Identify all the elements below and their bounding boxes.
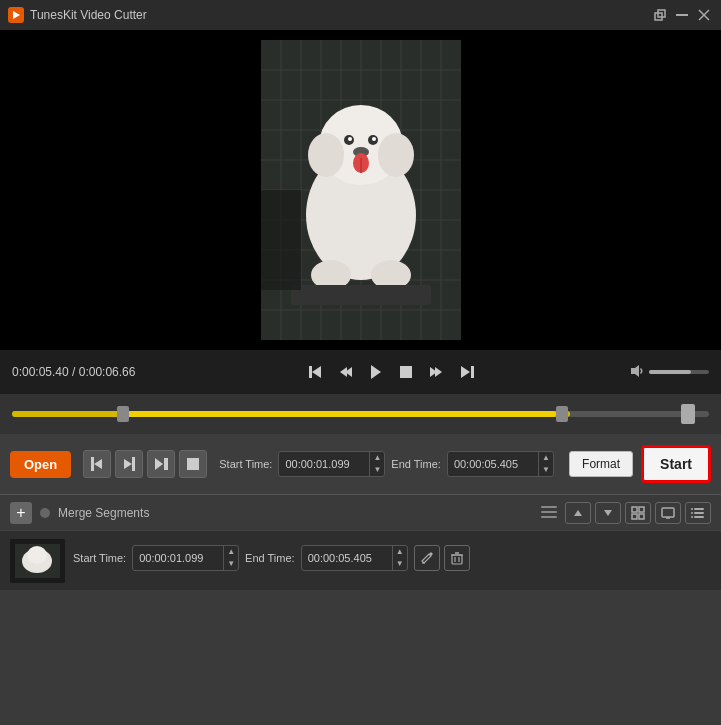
seg-end-down[interactable]: ▼ bbox=[393, 558, 407, 570]
stop-button[interactable] bbox=[394, 360, 418, 384]
end-time-spin: ▲ ▼ bbox=[538, 452, 553, 476]
seg-start-input[interactable] bbox=[133, 550, 223, 566]
start-time-input[interactable] bbox=[279, 456, 369, 472]
app-icon bbox=[8, 7, 24, 23]
start-button[interactable]: Start bbox=[641, 445, 711, 483]
mark-out-button[interactable] bbox=[115, 450, 143, 478]
drag-handle-icon bbox=[541, 505, 557, 521]
timeline-area[interactable] bbox=[0, 394, 721, 434]
svg-marker-53 bbox=[94, 459, 102, 469]
segment-down-button[interactable] bbox=[595, 502, 621, 524]
svg-rect-61 bbox=[541, 516, 557, 518]
close-button[interactable] bbox=[695, 6, 713, 24]
segment-thumb-svg bbox=[10, 539, 65, 583]
svg-point-74 bbox=[691, 508, 693, 510]
svg-marker-50 bbox=[461, 366, 470, 378]
end-time-input-wrapper[interactable]: ▲ ▼ bbox=[447, 451, 554, 477]
seg-start-input-wrapper[interactable]: ▲ ▼ bbox=[132, 545, 239, 571]
segment-up-button[interactable] bbox=[565, 502, 591, 524]
preview-cut-button[interactable] bbox=[147, 450, 175, 478]
playback-controls bbox=[172, 360, 609, 384]
video-area bbox=[0, 30, 721, 350]
svg-rect-68 bbox=[662, 508, 674, 517]
seg-start-label: Start Time: bbox=[73, 552, 126, 564]
seg-edit-button[interactable] bbox=[414, 545, 440, 571]
svg-rect-39 bbox=[291, 285, 431, 305]
step-forward-button[interactable] bbox=[424, 360, 448, 384]
svg-rect-3 bbox=[676, 14, 688, 16]
format-button[interactable]: Format bbox=[569, 451, 633, 477]
svg-rect-57 bbox=[164, 458, 168, 470]
svg-marker-55 bbox=[124, 459, 132, 469]
svg-rect-82 bbox=[452, 555, 462, 564]
title-bar-left: TunesKit Video Cutter bbox=[8, 7, 147, 23]
svg-rect-41 bbox=[309, 366, 312, 378]
seg-end-spin: ▲ ▼ bbox=[392, 546, 407, 570]
segment-screen-button[interactable] bbox=[655, 502, 681, 524]
timeline-track[interactable] bbox=[12, 411, 709, 417]
video-player bbox=[261, 40, 461, 340]
svg-point-75 bbox=[691, 512, 693, 514]
seg-delete-button[interactable] bbox=[444, 545, 470, 571]
seg-end-input[interactable] bbox=[302, 550, 392, 566]
svg-rect-49 bbox=[471, 366, 474, 378]
svg-rect-40 bbox=[261, 190, 301, 290]
volume-slider[interactable] bbox=[649, 370, 709, 374]
time-input-group: Start Time: ▲ ▼ End Time: ▲ ▼ bbox=[219, 451, 561, 477]
segment-header-actions bbox=[565, 502, 711, 524]
segment-grid-button[interactable] bbox=[625, 502, 651, 524]
end-time-up[interactable]: ▲ bbox=[539, 452, 553, 464]
svg-rect-66 bbox=[632, 514, 637, 519]
svg-rect-60 bbox=[541, 511, 557, 513]
cut-button[interactable] bbox=[179, 450, 207, 478]
segment-list-button[interactable] bbox=[685, 502, 711, 524]
step-back-button[interactable] bbox=[334, 360, 358, 384]
svg-marker-0 bbox=[13, 11, 20, 19]
svg-point-33 bbox=[372, 137, 376, 141]
svg-point-28 bbox=[308, 133, 344, 177]
seg-start-spin: ▲ ▼ bbox=[223, 546, 238, 570]
timeline-handle-right[interactable] bbox=[556, 406, 568, 422]
start-time-down[interactable]: ▼ bbox=[370, 464, 384, 476]
seg-start-down[interactable]: ▼ bbox=[224, 558, 238, 570]
svg-point-32 bbox=[348, 137, 352, 141]
play-button[interactable] bbox=[364, 360, 388, 384]
end-time-input[interactable] bbox=[448, 456, 538, 472]
timeline-playhead[interactable] bbox=[681, 404, 695, 424]
svg-marker-42 bbox=[312, 366, 321, 378]
svg-rect-67 bbox=[639, 514, 644, 519]
seg-end-up[interactable]: ▲ bbox=[393, 546, 407, 558]
timeline-handle-left[interactable] bbox=[117, 406, 129, 422]
svg-marker-62 bbox=[574, 510, 582, 516]
svg-rect-54 bbox=[132, 457, 135, 471]
seg-start-up[interactable]: ▲ bbox=[224, 546, 238, 558]
start-time-up[interactable]: ▲ bbox=[370, 452, 384, 464]
video-frame bbox=[261, 40, 461, 340]
volume-area bbox=[609, 363, 709, 382]
end-time-down[interactable]: ▼ bbox=[539, 464, 553, 476]
segment-thumbnail bbox=[10, 539, 65, 583]
svg-marker-56 bbox=[155, 458, 163, 470]
seg-action-btns bbox=[414, 545, 470, 571]
open-button[interactable]: Open bbox=[10, 451, 71, 478]
segments-header: + Merge Segments bbox=[0, 494, 721, 530]
mark-in-button[interactable] bbox=[83, 450, 111, 478]
title-bar-controls bbox=[651, 6, 713, 24]
svg-rect-71 bbox=[694, 508, 704, 510]
restore-button[interactable] bbox=[651, 6, 669, 24]
svg-rect-72 bbox=[694, 512, 704, 514]
start-time-spin: ▲ ▼ bbox=[369, 452, 384, 476]
start-time-input-wrapper[interactable]: ▲ ▼ bbox=[278, 451, 385, 477]
minimize-button[interactable] bbox=[673, 6, 691, 24]
fast-forward-button[interactable] bbox=[454, 360, 478, 384]
seg-end-input-wrapper[interactable]: ▲ ▼ bbox=[301, 545, 408, 571]
merge-dot bbox=[40, 508, 50, 518]
current-time: 0:00:05.40 bbox=[12, 365, 69, 379]
svg-rect-52 bbox=[91, 457, 94, 471]
svg-point-29 bbox=[378, 133, 414, 177]
svg-marker-45 bbox=[371, 365, 381, 379]
segment-time-row: Start Time: ▲ ▼ End Time: ▲ ▼ bbox=[73, 545, 711, 571]
add-segment-button[interactable]: + bbox=[10, 502, 32, 524]
rewind-button[interactable] bbox=[304, 360, 328, 384]
volume-icon bbox=[629, 363, 645, 382]
